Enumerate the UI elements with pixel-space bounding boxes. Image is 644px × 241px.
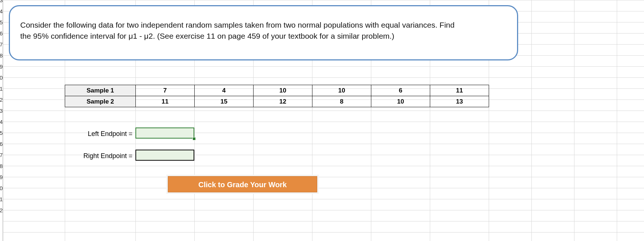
- row-header: 4: [0, 6, 3, 17]
- row-header: 3: [0, 0, 3, 6]
- sample-data-table: Sample 1 7 4 10 10 6 11 Sample 2 11 15 1…: [65, 85, 489, 107]
- row-header: 2: [0, 205, 3, 216]
- right-endpoint-input[interactable]: [135, 150, 194, 161]
- instruction-callout: Consider the following data for two inde…: [9, 5, 518, 60]
- row-header: 0: [0, 183, 3, 194]
- row-header: 6: [0, 139, 3, 150]
- fill-handle[interactable]: [192, 137, 196, 140]
- row-header: 3: [0, 105, 3, 116]
- row-header: 4: [0, 116, 3, 128]
- row-header: 7: [0, 150, 3, 161]
- left-endpoint-label: Left Endpoint =: [65, 128, 135, 139]
- table-row: Sample 2 11 15 12 8 10 13: [65, 96, 489, 107]
- sample-label-cell[interactable]: Sample 2: [65, 96, 136, 107]
- data-cell[interactable]: 10: [371, 96, 430, 107]
- row-header: 1: [0, 194, 3, 205]
- sample-label-cell[interactable]: Sample 1: [65, 85, 136, 96]
- data-cell[interactable]: 13: [430, 96, 489, 107]
- spreadsheet: 3 4 5 6 7 8 9 0 1 2 3 4 5 6 7 8 9 0 1 2: [0, 0, 644, 241]
- data-cell[interactable]: 4: [195, 85, 254, 96]
- data-cell[interactable]: 7: [136, 85, 195, 96]
- row-header: 2: [0, 94, 3, 105]
- left-endpoint-input[interactable]: [135, 128, 194, 139]
- row-header: 1: [0, 83, 3, 94]
- data-cell[interactable]: 10: [312, 85, 371, 96]
- data-cell[interactable]: 6: [371, 85, 430, 96]
- row-header: 9: [0, 61, 3, 72]
- row-header: 8: [0, 50, 3, 61]
- grade-button[interactable]: Click to Grade Your Work: [168, 176, 317, 192]
- data-cell[interactable]: 8: [312, 96, 371, 107]
- row-header: 0: [0, 72, 3, 83]
- table-row: Sample 1 7 4 10 10 6 11: [65, 85, 489, 96]
- row-header: 5: [0, 17, 3, 28]
- row-header: 5: [0, 128, 3, 139]
- data-cell[interactable]: 11: [430, 85, 489, 96]
- right-endpoint-label: Right Endpoint =: [65, 150, 135, 161]
- data-cell[interactable]: 12: [254, 96, 312, 107]
- row-headers: 3 4 5 6 7 8 9 0 1 2 3 4 5 6 7 8 9 0 1 2: [0, 0, 3, 241]
- data-cell[interactable]: 11: [136, 96, 195, 107]
- row-header: 6: [0, 28, 3, 39]
- instruction-text-line2: the 95% confidence interval for μ1 - μ2.…: [20, 32, 394, 40]
- data-cell[interactable]: 15: [195, 96, 254, 107]
- row-header: 9: [0, 172, 3, 183]
- row-header: 8: [0, 161, 3, 172]
- grid-area[interactable]: Consider the following data for two inde…: [3, 0, 644, 241]
- data-cell[interactable]: 10: [254, 85, 312, 96]
- instruction-text-line1: Consider the following data for two inde…: [20, 21, 454, 29]
- row-header: 7: [0, 39, 3, 50]
